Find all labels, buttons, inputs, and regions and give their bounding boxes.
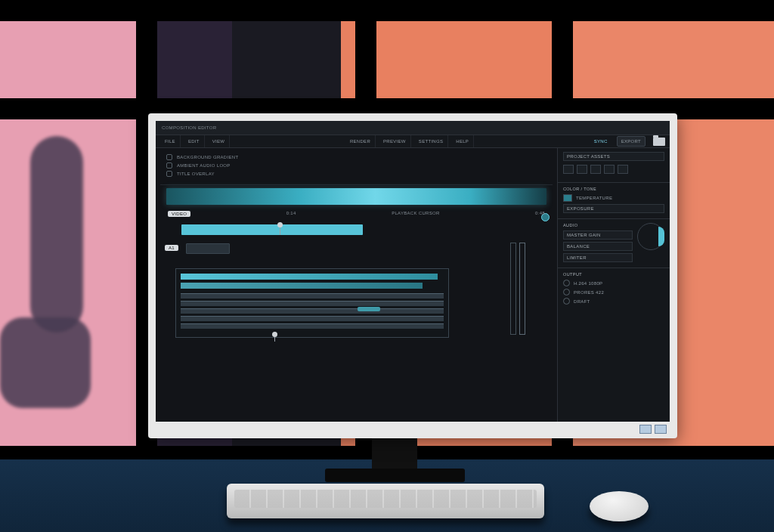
radio-icon: [563, 280, 570, 286]
layer-name: AMBIENT AUDIO LOOP: [177, 163, 231, 168]
range-marker[interactable]: [510, 243, 516, 335]
export-button[interactable]: EXPORT: [617, 136, 646, 147]
layer-row[interactable]: AMBIENT AUDIO LOOP: [166, 162, 553, 169]
clip-stack[interactable]: [175, 268, 449, 338]
main-panel: BACKGROUND GRADIENT AMBIENT AUDIO LOOP T…: [156, 148, 558, 422]
timeline-clip[interactable]: [181, 293, 444, 298]
timeline-clip[interactable]: [181, 224, 363, 235]
property-row[interactable]: LIMITER: [563, 253, 633, 262]
visibility-toggle-icon[interactable]: [166, 154, 172, 160]
swatch[interactable]: [577, 165, 587, 174]
output-option[interactable]: PRORES 422: [563, 289, 664, 295]
radio-icon: [563, 298, 570, 305]
swatch[interactable]: [618, 165, 628, 174]
menu-preview[interactable]: PREVIEW: [379, 135, 411, 147]
option-label: H.264 1080P: [574, 281, 602, 286]
timeline-clip[interactable]: [181, 323, 444, 329]
timeline-clip[interactable]: [166, 188, 546, 205]
section-title: OUTPUT: [563, 272, 664, 277]
panel-header: PROJECT ASSETS: [558, 148, 670, 183]
keyframe-marker[interactable]: [358, 307, 380, 311]
timeline-clip[interactable]: [181, 301, 444, 306]
menu-edit[interactable]: EDIT: [184, 135, 205, 147]
asset-search-input[interactable]: PROJECT ASSETS: [563, 152, 664, 161]
section-title: COLOR / TONE: [563, 187, 664, 191]
playhead[interactable]: [280, 224, 280, 235]
timeline-clip[interactable]: [186, 243, 230, 254]
layer-row[interactable]: TITLE OVERLAY: [166, 171, 553, 177]
range-end-marker[interactable]: [519, 243, 525, 335]
keyboard: [227, 484, 544, 518]
property-row[interactable]: TEMPERATURE: [563, 194, 664, 202]
property-label: TEMPERATURE: [576, 196, 612, 200]
timeline-clip[interactable]: [181, 283, 423, 289]
menu-render[interactable]: RENDER: [345, 135, 376, 147]
layer-row[interactable]: BACKGROUND GRADIENT: [166, 154, 553, 160]
timeline-clip[interactable]: [181, 274, 438, 280]
window-frame: [0, 0, 774, 21]
property-label: EXPOSURE: [567, 206, 594, 211]
playhead-label: PLAYBACK CURSOR: [392, 211, 439, 217]
gain-dial[interactable]: [637, 223, 664, 250]
app-title: COMPOSITION EDITOR: [162, 125, 216, 130]
monitor-base: [325, 469, 465, 482]
shadow: [30, 136, 83, 332]
playhead[interactable]: [274, 334, 275, 342]
app-window: COMPOSITION EDITOR FILE EDIT VIEW RENDER…: [156, 121, 670, 422]
titlebar: COMPOSITION EDITOR: [156, 121, 670, 135]
monitor: COMPOSITION EDITOR FILE EDIT VIEW RENDER…: [148, 113, 677, 438]
timeline-clip[interactable]: [181, 316, 444, 321]
visibility-toggle-icon[interactable]: [166, 171, 172, 177]
timecode-end: 0:48: [535, 211, 545, 217]
option-label: PRORES 422: [574, 290, 604, 295]
option-label: DRAFT: [574, 299, 590, 304]
search-label: PROJECT ASSETS: [567, 154, 610, 159]
layer-name: BACKGROUND GRADIENT: [177, 155, 238, 159]
timeline[interactable]: VIDEO 0:14 PLAYBACK CURSOR 0:48: [160, 184, 553, 417]
screen: COMPOSITION EDITOR FILE EDIT VIEW RENDER…: [156, 121, 670, 422]
menu-settings[interactable]: SETTINGS: [414, 135, 448, 147]
timecode-start: 0:14: [286, 211, 296, 217]
visibility-toggle-icon[interactable]: [166, 162, 172, 169]
track-label-audio: A1: [165, 245, 178, 251]
panel-output: OUTPUT H.264 1080P PRORES 422: [558, 268, 670, 310]
menu-view[interactable]: VIEW: [208, 135, 231, 147]
track-label-video: VIDEO: [168, 211, 190, 217]
layer-list: BACKGROUND GRADIENT AMBIENT AUDIO LOOP T…: [160, 153, 553, 181]
mouse: [590, 491, 649, 521]
panel-audio: AUDIO MASTER GAIN BALANCE LIMITER: [558, 219, 670, 268]
radio-icon: [563, 289, 570, 295]
property-row[interactable]: MASTER GAIN: [563, 230, 633, 240]
output-option[interactable]: H.264 1080P: [563, 280, 664, 286]
shadow: [0, 317, 91, 408]
swatch[interactable]: [590, 165, 601, 174]
layer-name: TITLE OVERLAY: [177, 172, 215, 176]
swatch[interactable]: [563, 165, 574, 174]
property-row[interactable]: BALANCE: [563, 242, 633, 251]
properties-panel: PROJECT ASSETS COLOR / TONE: [558, 148, 670, 422]
timeline-clip[interactable]: [181, 308, 444, 314]
scene-background: COMPOSITION EDITOR FILE EDIT VIEW RENDER…: [0, 0, 774, 532]
output-option[interactable]: DRAFT: [563, 298, 664, 305]
color-chip-icon: [563, 194, 572, 202]
menu-sync[interactable]: SYNC: [590, 135, 612, 147]
menubar: FILE EDIT VIEW RENDER PREVIEW SETTINGS H…: [156, 135, 670, 148]
panel-color: COLOR / TONE TEMPERATURE EXPOSURE: [558, 183, 670, 219]
folder-icon[interactable]: [653, 138, 665, 146]
swatch[interactable]: [604, 165, 615, 174]
property-row[interactable]: EXPOSURE: [563, 204, 664, 213]
menu-file[interactable]: FILE: [160, 135, 181, 147]
section-title: AUDIO: [563, 223, 633, 227]
monitor-badge: [639, 425, 667, 434]
menu-help[interactable]: HELP: [451, 135, 474, 147]
